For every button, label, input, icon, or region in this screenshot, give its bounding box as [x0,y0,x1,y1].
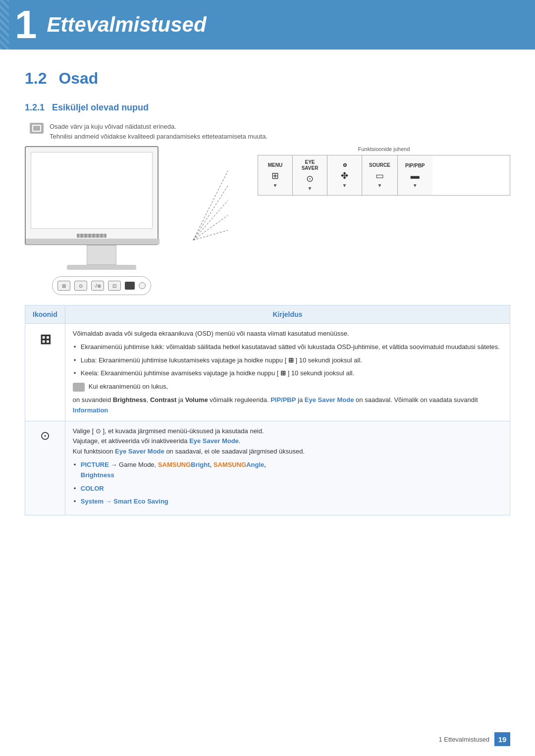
note-text-1: Osade värv ja kuju võivad näidatust erin… [50,122,268,132]
page-footer: 1 Ettevalmistused 19 [438,732,510,746]
desc-list-item-2: Luba: Ekraanimenüü juhtimise lukustamise… [73,355,502,366]
btn-dot-small: ·/⊕ [91,281,104,291]
monitor-frame [25,146,159,245]
func-btn-magic-arrow: ▼ [342,183,347,188]
desc-main-eye-1: Valige [ ⊙ ], et kuvada järgmised menüü-… [73,426,502,437]
svg-line-3 [193,215,228,240]
desc-main-menu: Võimaldab avada või sulgeda ekraanikuva … [73,329,502,339]
page-content: 1.2 Osad 1.2.1 Esiküljel olevad nupud Os… [0,69,535,515]
func-btn-source-icon: ▭ [375,170,384,181]
desc-eye-item-1: PICTURE → Game Mode, SAMSUNGBright, SAMS… [73,460,502,481]
desc-list-item-1: Ekraanimenüü juhtimise lukk: võimaldab s… [73,342,502,353]
subsection-title-text: Esiküljel olevad nupud [52,102,149,112]
func-btn-eye-saver[interactable]: EYESAVER ⊙ ▼ [293,155,327,195]
desc-list-item-3: Keela: Ekraanimenüü juhtimise avamiseks … [73,368,502,379]
desc-note-cont: on suvandeid Brightness, Contrast ja Vol… [73,395,502,416]
func-btn-pip-label: PIP/PBP [405,163,425,169]
inline-note-text-menu: Kui ekraanimenüü on lukus, [89,382,168,392]
btn-pip-small: ⊡ [108,281,121,291]
section-title: 1.2 Osad [25,69,510,88]
desc-eye-item-2: COLOR [73,484,502,494]
func-btn-magic-icon: ✤ [341,170,348,181]
diagram-wrapper: ⊞ ⊙ ·/⊕ ⊡ Funktsioonide juhend [25,146,510,295]
note-icon-1 [30,123,44,134]
inline-note-menu: Kui ekraanimenüü on lukus, [73,382,502,392]
subsection-title: 1.2.1 Esiküljel olevad nupud [25,102,510,113]
func-btn-source-label: SOURCE [369,162,390,168]
func-btn-menu-arrow: ▼ [273,183,278,188]
desc-list-eye: PICTURE → Game Mode, SAMSUNGBright, SAMS… [73,460,502,507]
chapter-number: 1 [15,5,37,45]
icon-cell-eye: ⊙ [25,421,65,515]
svg-line-4 [193,230,228,240]
func-btn-eye-arrow: ▼ [308,186,313,191]
controls-column: Funktsioonide juhend MENU ⊞ ▼ EYESAVER ⊙… [258,146,510,196]
connector-svg [188,146,248,255]
eye-saver-icon: ⊙ [33,426,57,445]
desc-main-eye-3: Kui funktsioon Eye Saver Mode on saadava… [73,447,502,457]
func-btn-menu-label: MENU [268,162,282,168]
func-btn-menu-icon: ⊞ [271,170,279,181]
func-btn-menu[interactable]: MENU ⊞ ▼ [258,155,293,195]
svg-line-2 [193,201,228,240]
note-box-1: Osade värv ja kuju võivad näidatust erin… [25,122,510,141]
section-title-text: Osad [58,69,98,87]
monitor-stand-top [87,245,116,265]
section-number: 1.2 [25,69,47,87]
func-btn-source-arrow: ▼ [377,183,382,188]
table-header-icons: Ikoonid [25,305,65,324]
svg-line-0 [193,171,228,240]
btn-square-small [125,282,135,290]
monitor-screen [31,152,153,229]
desc-list-menu: Ekraanimenüü juhtimise lukk: võimaldab s… [73,342,502,379]
menu-icon: ⊞ [33,329,57,351]
func-btn-magic-label: ✿ [343,162,347,168]
connector-lines-col [188,146,248,255]
func-btn-source[interactable]: SOURCE ▭ ▼ [362,155,398,195]
func-btn-pip-pbp[interactable]: PIP/PBP ▬ ▼ [398,155,432,195]
desc-eye-item-3: System → Smart Eco Saving [73,497,502,507]
monitor-bottom-bar [26,239,160,245]
monitor-column: ⊞ ⊙ ·/⊕ ⊡ [25,146,178,295]
page-header: 1 Ettevalmistused [0,0,535,50]
subsection-number: 1.2.1 [25,102,45,112]
func-btn-eye-label: EYESAVER [302,159,319,171]
desc-main-eye-2: Vajutage, et aktiveerida või inaktiveeri… [73,436,502,447]
func-btn-eye-icon: ⊙ [306,173,314,184]
icons-table: Ikoonid Kirjeldus ⊞ Võimaldab avada või … [25,305,510,515]
note-text-2: Tehnilisi andmeid võidakse kvaliteedi pa… [50,132,268,142]
table-row-menu: ⊞ Võimaldab avada või sulgeda ekraanikuv… [25,324,510,421]
header-stripe [0,0,9,50]
btn-power-small [139,282,146,289]
func-btn-pip-icon: ▬ [411,171,420,181]
func-btn-magic[interactable]: ✿ ✤ ▼ [327,155,362,195]
front-buttons-row: ⊞ ⊙ ·/⊕ ⊡ [52,276,151,295]
btn-menu-small: ⊞ [57,281,70,291]
page-number: 19 [494,732,510,746]
func-btn-pip-arrow: ▼ [413,183,418,188]
footer-text: 1 Ettevalmistused [438,736,489,743]
table-row-eye-saver: ⊙ Valige [ ⊙ ], et kuvada järgmised menü… [25,421,510,515]
inline-note-icon-menu [73,383,85,392]
chapter-title: Ettevalmistused [47,13,207,37]
monitor-dots [77,234,107,238]
description-cell-menu: Võimaldab avada või sulgeda ekraanikuva … [65,324,510,421]
description-cell-eye: Valige [ ⊙ ], et kuvada järgmised menüü-… [65,421,510,515]
table-header-description: Kirjeldus [65,305,510,324]
function-panel: MENU ⊞ ▼ EYESAVER ⊙ ▼ ✿ ✤ ▼ SOURCE ▭ [258,155,510,196]
function-panel-label: Funktsioonide juhend [258,146,510,152]
icon-cell-menu: ⊞ [25,324,65,421]
svg-line-1 [193,186,228,240]
btn-eye-small: ⊙ [74,281,87,291]
monitor-stand-base [67,265,136,270]
